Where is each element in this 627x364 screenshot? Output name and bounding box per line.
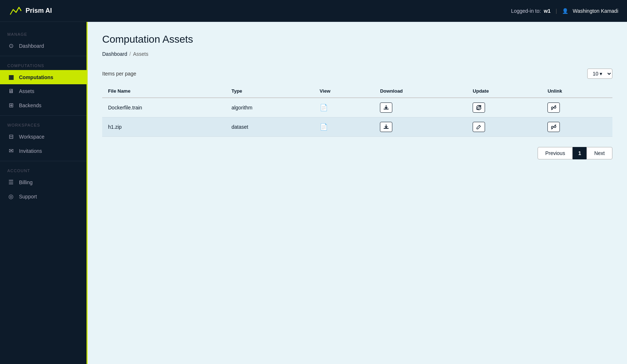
logo-text: Prism AI <box>26 7 52 15</box>
sidebar-item-label: Assets <box>19 88 34 94</box>
items-per-page-select[interactable]: 10 ▾ 25 50 <box>587 69 612 79</box>
unlink-button[interactable] <box>547 102 560 113</box>
sidebar-item-backends[interactable]: ⊞ Backends <box>0 98 86 112</box>
logo: Prism AI <box>9 4 52 18</box>
sidebar-divider-1 <box>0 56 86 56</box>
col-unlink: Unlink <box>542 85 612 98</box>
computations-icon: ▦ <box>7 74 15 81</box>
unlink-icon <box>551 124 557 130</box>
sidebar-divider-3 <box>0 161 86 161</box>
sidebar-item-dashboard[interactable]: ⊙ Dashboard <box>0 39 86 53</box>
unlink-button[interactable] <box>547 122 560 132</box>
sidebar-item-invitations[interactable]: ✉ Invitations <box>0 144 86 158</box>
update-cell <box>467 98 542 117</box>
download-icon <box>383 124 389 130</box>
invitations-icon: ✉ <box>7 147 15 154</box>
table-row: h1.zip dataset 📄 <box>102 117 612 137</box>
view-file-icon: 📄 <box>320 123 328 131</box>
table-body: Dockerfile.train algorithm 📄 <box>102 98 612 137</box>
col-update: Update <box>467 85 542 98</box>
col-view: View <box>314 85 374 98</box>
sidebar-item-label: Backends <box>19 102 41 108</box>
col-download: Download <box>374 85 467 98</box>
type-cell: algorithm <box>226 98 314 117</box>
header: Prism AI Logged-in to: w1 | 👤 Washington… <box>0 0 627 22</box>
unlink-cell <box>542 98 612 117</box>
view-cell: 📄 <box>314 98 374 117</box>
sidebar-item-label: Dashboard <box>19 43 44 49</box>
workspaces-section-label: WORKSPACES <box>0 119 86 129</box>
assets-table: File Name Type View Download Update Unli… <box>102 85 612 137</box>
unlink-icon <box>551 105 557 111</box>
file-name-cell: Dockerfile.train <box>102 98 226 117</box>
file-name-cell: h1.zip <box>102 117 226 137</box>
current-page: 1 <box>573 147 586 159</box>
pagination: Previous 1 Next <box>102 147 612 159</box>
previous-button[interactable]: Previous <box>538 147 573 159</box>
header-right: Logged-in to: w1 | 👤 Washington Kamadi <box>511 8 618 14</box>
sidebar-item-label: Workspace <box>19 134 45 140</box>
assets-icon: 🖥 <box>7 88 15 94</box>
dashboard-icon: ⊙ <box>7 42 15 49</box>
type-cell: dataset <box>226 117 314 137</box>
items-per-page-label: Items per page <box>102 71 136 77</box>
next-button[interactable]: Next <box>586 147 612 159</box>
user-icon: 👤 <box>562 8 568 14</box>
update-button[interactable] <box>473 102 485 113</box>
billing-icon: ☰ <box>7 179 15 186</box>
download-cell <box>374 117 467 137</box>
sidebar-item-billing[interactable]: ☰ Billing <box>0 175 86 189</box>
download-cell <box>374 98 467 117</box>
sidebar-item-computations[interactable]: ▦ Computations <box>0 70 86 84</box>
sidebar-divider-2 <box>0 115 86 116</box>
update-icon <box>476 105 482 111</box>
download-button[interactable] <box>380 102 392 113</box>
breadcrumb: Dashboard / Assets <box>102 51 612 57</box>
sidebar-item-label: Computations <box>19 74 53 80</box>
download-icon <box>383 105 389 111</box>
page-title: Computation Assets <box>102 34 612 45</box>
sidebar-item-workspace[interactable]: ⊟ Workspace <box>0 129 86 144</box>
sidebar-item-assets[interactable]: 🖥 Assets <box>0 84 86 98</box>
sidebar: MANAGE ⊙ Dashboard COMPUTATIONS ▦ Comput… <box>0 22 88 364</box>
table-row: Dockerfile.train algorithm 📄 <box>102 98 612 117</box>
logo-icon <box>9 4 22 18</box>
update-button[interactable] <box>473 122 485 132</box>
update-icon <box>476 124 482 130</box>
main-content: Computation Assets Dashboard / Assets It… <box>88 22 627 364</box>
computations-section-label: COMPUTATIONS <box>0 59 86 70</box>
table-header-row: File Name Type View Download Update Unli… <box>102 85 612 98</box>
sidebar-item-label: Support <box>19 194 37 200</box>
breadcrumb-home[interactable]: Dashboard <box>102 51 127 57</box>
view-cell: 📄 <box>314 117 374 137</box>
breadcrumb-current: Assets <box>133 51 148 57</box>
backends-icon: ⊞ <box>7 102 15 109</box>
svg-line-3 <box>551 125 556 129</box>
logged-in-label: Logged-in to: <box>511 8 541 14</box>
divider: | <box>556 8 557 14</box>
sidebar-item-label: Billing <box>19 179 32 185</box>
svg-line-2 <box>551 105 556 110</box>
account-section-label: ACCOUNT <box>0 164 86 175</box>
sidebar-item-label: Invitations <box>19 148 42 154</box>
username: Washington Kamadi <box>573 8 618 14</box>
workspace-id: w1 <box>544 8 551 14</box>
update-cell <box>467 117 542 137</box>
col-filename: File Name <box>102 85 226 98</box>
table-controls: Items per page 10 ▾ 25 50 <box>102 69 612 79</box>
view-file-icon: 📄 <box>320 104 328 111</box>
table-head: File Name Type View Download Update Unli… <box>102 85 612 98</box>
col-type: Type <box>226 85 314 98</box>
sidebar-item-support[interactable]: ◎ Support <box>0 189 86 204</box>
manage-section-label: MANAGE <box>0 28 86 39</box>
workspace-icon: ⊟ <box>7 133 15 140</box>
download-button[interactable] <box>380 122 392 132</box>
app-body: MANAGE ⊙ Dashboard COMPUTATIONS ▦ Comput… <box>0 22 627 364</box>
breadcrumb-separator: / <box>130 51 131 57</box>
unlink-cell <box>542 117 612 137</box>
support-icon: ◎ <box>7 193 15 200</box>
